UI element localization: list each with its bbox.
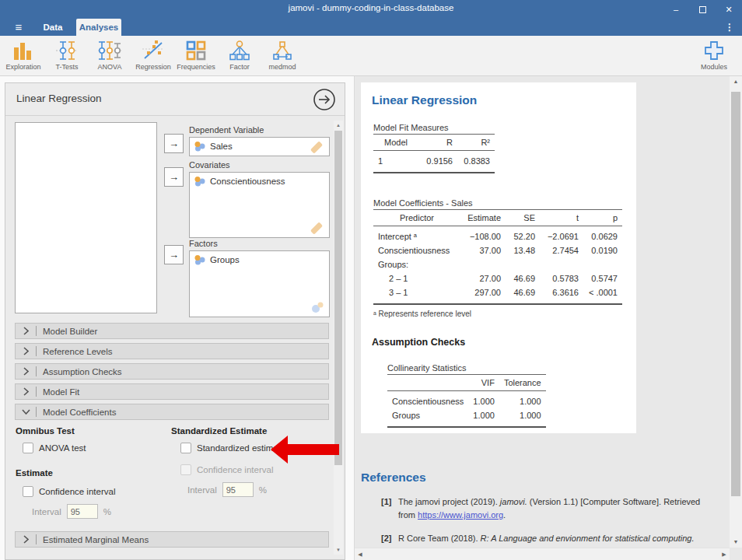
scroll-up-icon[interactable]: ▲ [730, 76, 742, 87]
t-tests-button[interactable]: T-Tests [45, 39, 89, 75]
scroll-down-icon[interactable]: ▼ [730, 537, 742, 548]
medmod-button[interactable]: medmod [261, 39, 304, 75]
tab-bar: ≡ Data Analyses ⋮ [0, 19, 742, 36]
scroll-right-icon[interactable]: ▶ [719, 548, 730, 560]
bar-chart-icon [13, 39, 33, 62]
section-reference-levels[interactable]: Reference Levels [15, 343, 329, 359]
model-fit-table: Model R R² 1 0.9156 0.8383 [373, 134, 495, 173]
t-test-icon [55, 39, 79, 62]
covariates-label: Covariates [189, 160, 330, 170]
standardized-interval-row: Interval % [187, 482, 267, 497]
continuous-type-badge-icon [310, 222, 323, 234]
nominal-type-badge-icon [310, 301, 324, 313]
tab-data[interactable]: Data [30, 19, 76, 36]
results-panel: Linear Regression Model Fit Measures Mod… [354, 76, 742, 560]
annotation-red-arrow [271, 435, 339, 464]
variable-item-sales[interactable]: Sales [190, 138, 329, 155]
scrollbar-thumb[interactable] [731, 92, 740, 496]
options-scrollbar[interactable]: ▲ ▼ [334, 121, 343, 555]
maximize-icon [699, 6, 706, 13]
chevron-right-icon [16, 535, 36, 544]
scrollbar-thumb[interactable] [334, 131, 342, 465]
factor-button[interactable]: Factor [218, 39, 261, 75]
continuous-variable-icon [194, 176, 206, 187]
modules-button[interactable]: Modules [692, 39, 736, 75]
table-row: Conscientiousness 37.00 13.48 2.7454 0.0… [373, 243, 622, 257]
confidence-interval-checkbox-row[interactable]: Confidence interval [23, 486, 115, 497]
standardized-interval-input[interactable] [222, 482, 254, 497]
list-item: [1] The jamovi project (2019). jamovi. (… [361, 495, 731, 522]
table-footnote: ᵃ Represents reference level [373, 310, 625, 318]
coefficients-table: Predictor Estimate SE t p Intercept ᵃ −1… [373, 209, 622, 305]
variable-item-conscientiousness[interactable]: Conscientiousness [190, 173, 329, 190]
medmod-icon [271, 39, 293, 62]
scroll-left-icon[interactable]: ◀ [355, 548, 366, 560]
nominal-variable-icon [194, 254, 206, 265]
modules-plus-icon [704, 39, 724, 62]
checkbox-unchecked-icon[interactable] [23, 443, 33, 453]
analyses-ribbon: Exploration T-Tests ANOVA [0, 36, 742, 76]
frequencies-button[interactable]: Frequencies [174, 39, 218, 75]
scroll-down-icon[interactable]: ▼ [334, 545, 343, 555]
table-row: Groups: [373, 257, 622, 271]
factor-icon [229, 39, 250, 62]
dependent-variable-box[interactable]: Sales [189, 137, 330, 156]
factors-label: Factors [189, 239, 330, 248]
scroll-up-icon[interactable]: ▲ [334, 121, 343, 130]
variable-item-groups[interactable]: Groups [190, 251, 329, 268]
close-button[interactable]: ✕ [716, 0, 742, 19]
checkbox-disabled-icon [180, 464, 191, 475]
section-estimated-marginal-means[interactable]: Estimated Marginal Means [15, 531, 329, 548]
analysis-title: Linear Regression [16, 93, 102, 104]
omnibus-test-heading: Omnibus Test [16, 426, 75, 436]
estimate-heading: Estimate [16, 468, 53, 478]
anova-icon [97, 39, 122, 62]
checkbox-unchecked-icon[interactable] [23, 486, 33, 497]
anova-test-checkbox-row[interactable]: ANOVA test [23, 443, 86, 453]
collinearity-table-title: Collinearity Statistics [387, 363, 532, 373]
assumption-checks-heading: Assumption Checks [372, 337, 625, 348]
references-section: References [1] The jamovi project (2019)… [361, 471, 731, 560]
chevron-right-icon [16, 347, 36, 355]
tab-analyses[interactable]: Analyses [76, 19, 121, 36]
section-assumption-checks[interactable]: Assumption Checks [15, 363, 329, 380]
coefficients-table-title: Model Coefficients - Sales [373, 198, 625, 208]
table-row: Conscientiousness 1.000 1.000 [387, 391, 546, 409]
assign-covariate-button[interactable]: → [164, 167, 184, 187]
section-model-builder[interactable]: Model Builder [15, 323, 329, 339]
model-fit-table-title: Model Fit Measures [373, 123, 625, 132]
chevron-right-icon [16, 367, 36, 376]
factors-box[interactable]: Groups [189, 250, 330, 317]
standardized-ci-checkbox-row[interactable]: Confidence interval [180, 464, 273, 475]
regression-icon [142, 39, 165, 62]
references-heading: References [361, 471, 731, 485]
table-row: Intercept ᵃ −108.00 52.20 −2.0691 0.0629 [373, 226, 622, 244]
collinearity-table: VIF Tolerance Conscientiousness 1.000 1.… [387, 374, 546, 428]
interval-input[interactable] [67, 504, 98, 519]
results-horizontal-scrollbar[interactable]: ◀ ▶ [355, 548, 730, 560]
overflow-menu-icon[interactable]: ⋮ [722, 19, 737, 36]
hamburger-menu-icon[interactable]: ≡ [8, 19, 30, 36]
results-paper: Linear Regression Model Fit Measures Mod… [361, 82, 636, 433]
chevron-right-icon [16, 327, 36, 335]
covariates-box[interactable]: Conscientiousness [189, 172, 330, 238]
title-bar: jamovi - dummy-coding-in-class-database … [0, 0, 742, 19]
minimize-button[interactable]: – [663, 0, 689, 19]
linear-regression-options-panel: Linear Regression → → → Dependent Variab… [5, 82, 345, 560]
maximize-button[interactable] [689, 0, 716, 19]
results-vertical-scrollbar[interactable]: ▲ ▼ [730, 76, 742, 548]
chevron-right-icon [16, 387, 36, 396]
results-title: Linear Regression [372, 93, 625, 107]
assign-dependent-button[interactable]: → [164, 134, 184, 153]
exploration-button[interactable]: Exploration [2, 39, 45, 75]
hide-options-button[interactable] [312, 87, 337, 112]
assign-factor-button[interactable]: → [164, 245, 184, 264]
jamovi-link[interactable]: https://www.jamovi.org [418, 510, 503, 520]
anova-button[interactable]: ANOVA [88, 39, 131, 75]
checkbox-unchecked-icon[interactable] [180, 443, 191, 453]
regression-button[interactable]: Regression [131, 39, 175, 75]
section-model-coefficients[interactable]: Model Coefficients [15, 404, 329, 420]
table-row: 1 0.9156 0.8383 [373, 151, 495, 173]
section-model-fit[interactable]: Model Fit [15, 383, 329, 400]
available-variables-list[interactable] [15, 122, 157, 313]
